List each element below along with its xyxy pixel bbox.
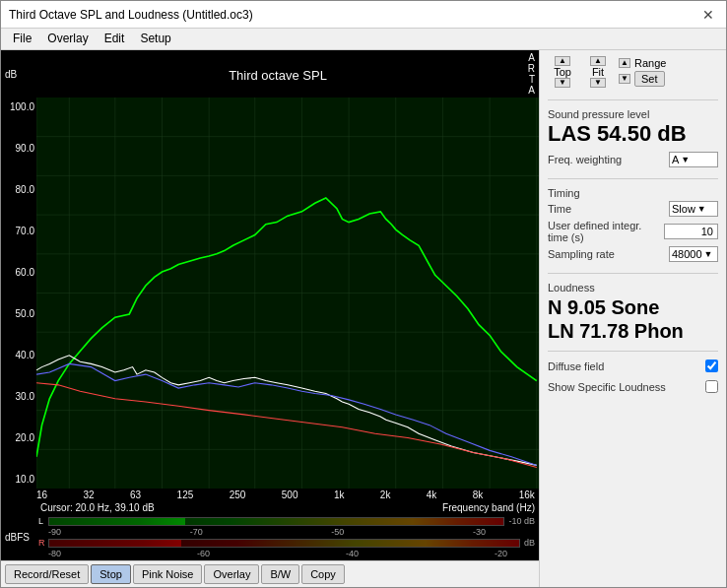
right-panel: ▲ Top ▼ ▲ Fit ▼ ▲ Range ▼ Set — [539, 50, 726, 587]
r-meter-bar — [48, 539, 520, 548]
arta-label: ARTA — [515, 52, 535, 96]
n-value: N 9.05 Sone — [548, 295, 718, 319]
menu-setup[interactable]: Setup — [132, 31, 178, 47]
user-defined-row: User defined integr. time (s) — [548, 220, 718, 243]
spl-section: Sound pressure level LAS 54.50 dB — [548, 108, 718, 146]
ln-value: LN 71.78 Phon — [548, 319, 718, 343]
top-down-button[interactable]: ▼ — [555, 78, 570, 88]
record-reset-button[interactable]: Record/Reset — [5, 564, 89, 584]
user-defined-label: User defined integr. time (s) — [548, 220, 664, 243]
divider-1 — [548, 99, 718, 100]
l-channel-label: L — [38, 516, 46, 526]
user-defined-input[interactable] — [664, 224, 718, 239]
menu-edit[interactable]: Edit — [97, 31, 133, 47]
range-set-group: ▲ Range ▼ Set — [619, 57, 666, 87]
diffuse-field-checkbox[interactable] — [705, 359, 718, 372]
top-up-button[interactable]: ▲ — [555, 56, 570, 66]
freq-weighting-label: Freq. weighting — [548, 154, 669, 165]
sampling-rate-dropdown[interactable]: 48000 ▼ — [669, 246, 718, 262]
show-specific-row: Show Specific Loudness — [548, 380, 718, 393]
loudness-section-label: Loudness — [548, 282, 718, 294]
fit-up-button[interactable]: ▲ — [590, 56, 606, 66]
dbfs-label: dBFS — [5, 532, 34, 543]
time-dropdown[interactable]: Slow ▼ — [669, 201, 718, 217]
divider-2 — [548, 178, 718, 179]
divider-3 — [548, 273, 718, 274]
range-label: Range — [634, 57, 666, 69]
set-down-button[interactable]: ▼ — [619, 74, 630, 84]
bottom-buttons: Record/Reset Stop Pink Noise Overlay B/W… — [1, 560, 539, 587]
chart-main — [36, 98, 539, 489]
time-row: Time Slow ▼ — [548, 201, 718, 217]
r-meter-row: R dB — [38, 538, 535, 548]
bw-button[interactable]: B/W — [261, 564, 299, 584]
chart-wrapper: dB Third octave SPL ARTA 100.0 90.0 80.0… — [1, 50, 539, 587]
set-row: ▼ Set — [619, 71, 666, 87]
sampling-rate-label: Sampling rate — [548, 248, 669, 260]
divider-4 — [548, 351, 718, 352]
sampling-rate-row: Sampling rate 48000 ▼ — [548, 246, 718, 262]
time-value: Slow — [672, 203, 695, 215]
freq-weighting-value: A — [672, 154, 679, 165]
timing-label: Timing — [548, 187, 718, 199]
diffuse-field-row: Diffuse field — [548, 359, 718, 372]
title-bar: Third Octave SPL and Loudness (Untitled.… — [1, 1, 726, 29]
top-label: Top — [548, 66, 577, 78]
close-button[interactable]: ✕ — [698, 5, 718, 25]
stop-button[interactable]: Stop — [91, 564, 131, 584]
freq-band-label: Frequency band (Hz) — [442, 502, 535, 513]
time-label: Time — [548, 203, 669, 215]
copy-button[interactable]: Copy — [301, 564, 345, 584]
fit-down-button[interactable]: ▼ — [590, 78, 606, 88]
spl-section-label: Sound pressure level — [548, 108, 718, 120]
l-meter-row: L -10 dB — [38, 516, 535, 526]
db-label: dB — [5, 69, 40, 80]
r-tick-labels: -80 -60 -40 -20 — [38, 549, 535, 558]
pink-noise-button[interactable]: Pink Noise — [133, 564, 203, 584]
y-axis: 100.0 90.0 80.0 70.0 60.0 50.0 40.0 30.0… — [1, 98, 36, 489]
top-spin-group: ▲ Top ▼ — [548, 56, 577, 88]
diffuse-field-label: Diffuse field — [548, 360, 701, 372]
main-window: Third Octave SPL and Loudness (Untitled.… — [0, 0, 727, 588]
freq-weighting-row: Freq. weighting A ▼ — [548, 152, 718, 167]
fit-label: Fit — [583, 66, 613, 78]
main-content: dB Third octave SPL ARTA 100.0 90.0 80.0… — [1, 50, 726, 587]
x-axis: 16 32 63 125 250 500 1k 2k 4k 8k 16k — [1, 489, 539, 501]
menu-file[interactable]: File — [5, 31, 39, 47]
freq-weighting-dropdown[interactable]: A ▼ — [669, 152, 718, 167]
range-up-button[interactable]: ▲ — [619, 58, 630, 68]
show-specific-checkbox[interactable] — [705, 380, 718, 393]
top-controls: ▲ Top ▼ ▲ Fit ▼ ▲ Range ▼ Set — [548, 56, 718, 88]
overlay-button[interactable]: Overlay — [204, 564, 259, 584]
menu-overlay[interactable]: Overlay — [39, 31, 96, 47]
cursor-info: Cursor: 20.0 Hz, 39.10 dB — [40, 502, 155, 513]
sampling-rate-arrow: ▼ — [704, 249, 713, 259]
set-button[interactable]: Set — [634, 71, 665, 87]
fit-spin-group: ▲ Fit ▼ — [583, 56, 613, 88]
spl-value: LAS 54.50 dB — [548, 122, 718, 146]
show-specific-label: Show Specific Loudness — [548, 381, 701, 393]
r-channel-label: R — [38, 538, 46, 548]
timing-section: Timing Time Slow ▼ User defined integr. … — [548, 187, 718, 265]
l-tick-labels: -90 -70 -50 -30 — [38, 527, 535, 537]
range-row: ▲ Range — [619, 57, 666, 69]
dbfs-bar: dBFS L -10 dB -90 -70 — [1, 514, 539, 560]
freq-weighting-arrow: ▼ — [681, 155, 690, 164]
menu-bar: File Overlay Edit Setup — [1, 29, 726, 50]
l-meter-bar — [48, 517, 504, 526]
chart-title: Third octave SPL — [40, 64, 515, 85]
loudness-section: Loudness N 9.05 Sone LN 71.78 Phon — [548, 282, 718, 343]
window-title: Third Octave SPL and Loudness (Untitled.… — [9, 8, 253, 22]
sampling-rate-value: 48000 — [672, 248, 702, 260]
chart-with-yaxis: 100.0 90.0 80.0 70.0 60.0 50.0 40.0 30.0… — [1, 98, 539, 489]
time-arrow: ▼ — [697, 204, 706, 214]
chart-svg — [36, 98, 539, 489]
